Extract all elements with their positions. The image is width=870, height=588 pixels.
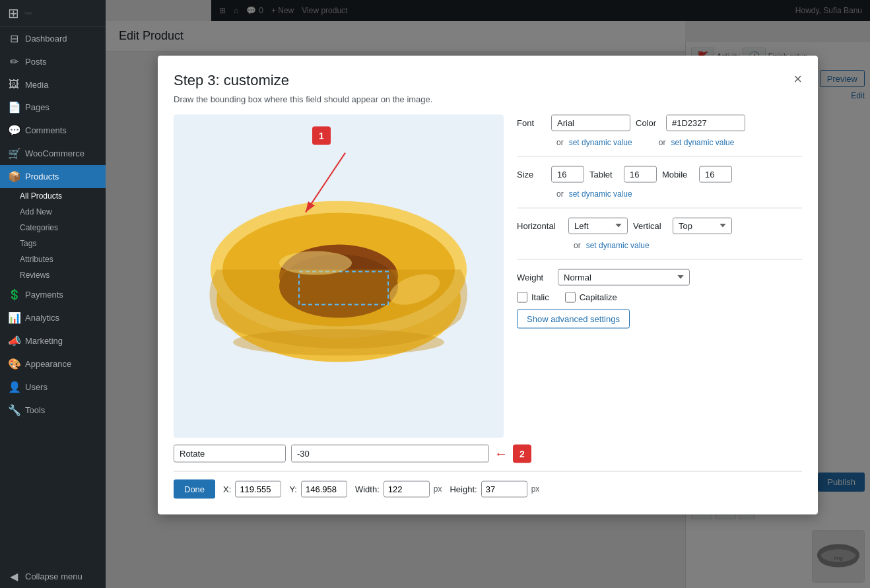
sidebar-item-label: Posts: [25, 57, 47, 67]
rotate-value-input[interactable]: [291, 445, 489, 463]
sidebar-sub-add-new[interactable]: Add New: [0, 204, 106, 220]
sidebar-sub-all-products[interactable]: All Products: [0, 188, 106, 204]
rotate-label-input[interactable]: [174, 445, 286, 463]
font-input[interactable]: [551, 114, 630, 131]
arrow-left-icon: ←: [494, 446, 508, 461]
sidebar-item-appearance[interactable]: 🎨 Appearance: [0, 352, 106, 376]
sidebar-item-media[interactable]: 🖼 Media: [0, 73, 106, 96]
sidebar-item-tools[interactable]: 🔧 Tools: [0, 399, 106, 422]
sidebar-item-comments[interactable]: 💬 Comments: [0, 119, 106, 142]
mobile-input[interactable]: [699, 166, 732, 182]
sidebar-item-users[interactable]: 👤 Users: [0, 376, 106, 399]
or-text-3: or: [556, 189, 564, 198]
italic-label: Italic: [531, 292, 549, 302]
font-color-row: Font Color: [517, 114, 802, 131]
sidebar: ⊞ ⊟ Dashboard ✏ Posts 🖼 Media 📄 Pages 💬 …: [0, 0, 106, 588]
color-input[interactable]: [666, 114, 745, 131]
sub-item-label: Reviews: [20, 271, 50, 280]
mobile-label: Mobile: [662, 169, 694, 179]
y-input[interactable]: [301, 480, 347, 497]
vertical-select[interactable]: Top Middle Bottom: [673, 217, 732, 234]
sidebar-item-label: WooCommerce: [25, 148, 84, 158]
sidebar-sub-tags[interactable]: Tags: [0, 236, 106, 251]
px-label-1: px: [434, 484, 442, 494]
media-icon: 🖼: [8, 79, 20, 90]
or-text-2: or: [659, 137, 666, 147]
sidebar-item-label: Media: [25, 80, 48, 90]
svg-point-12: [279, 251, 352, 275]
sidebar-item-label: Marketing: [25, 336, 63, 346]
sidebar-sub-attributes[interactable]: Attributes: [0, 251, 106, 267]
sidebar-item-posts[interactable]: ✏ Posts: [0, 50, 106, 73]
sidebar-item-dashboard[interactable]: ⊟ Dashboard: [0, 27, 106, 50]
width-coord-group: Width: px: [355, 480, 442, 497]
ring-illustration: [197, 160, 481, 391]
modal-close-button[interactable]: ×: [793, 71, 802, 86]
comments-icon: 💬: [8, 124, 20, 137]
weight-row: Weight Normal Bold Light: [517, 269, 802, 285]
set-dynamic-color-link[interactable]: set dynamic value: [671, 137, 734, 147]
posts-icon: ✏: [8, 55, 20, 68]
px-label-2: px: [531, 484, 540, 494]
x-label: X:: [223, 484, 231, 494]
y-label: Y:: [289, 484, 297, 494]
capitalize-checkbox-item[interactable]: Capitalize: [565, 292, 617, 302]
image-canvas[interactable]: 1: [174, 114, 504, 438]
width-label: Width:: [355, 484, 380, 494]
sidebar-item-collapse[interactable]: ◀ Collapse menu: [0, 565, 106, 588]
dynamic-links-row-3: or set dynamic value: [517, 240, 802, 249]
sidebar-item-marketing[interactable]: 📣 Marketing: [0, 329, 106, 352]
sidebar-item-label: Dashboard: [25, 34, 67, 44]
modal-subtitle: Draw the bounding box where this field s…: [174, 94, 802, 104]
weight-select[interactable]: Normal Bold Light: [558, 269, 690, 285]
width-input[interactable]: [384, 480, 430, 497]
sub-item-label: Add New: [20, 207, 52, 216]
marketing-icon: 📣: [8, 335, 20, 347]
italic-capitalize-row: Italic Capitalize: [517, 292, 802, 302]
sidebar-logo[interactable]: ⊞: [0, 0, 106, 27]
sidebar-item-payments[interactable]: 💲 Payments: [0, 283, 106, 306]
sub-item-label: Tags: [20, 239, 36, 248]
show-advanced-container: Show advanced settings: [517, 309, 802, 328]
show-advanced-button[interactable]: Show advanced settings: [517, 309, 630, 328]
sidebar-sub-categories[interactable]: Categories: [0, 220, 106, 236]
modal-body: 1: [174, 114, 802, 438]
site-name: [24, 12, 32, 15]
capitalize-checkbox[interactable]: [565, 292, 576, 302]
sidebar-sub-reviews[interactable]: Reviews: [0, 267, 106, 283]
sidebar-item-label: Pages: [25, 102, 50, 112]
height-label: Height:: [450, 484, 477, 494]
italic-checkbox[interactable]: [517, 292, 527, 302]
collapse-icon: ◀: [8, 570, 20, 583]
sidebar-item-products[interactable]: 📦 Products: [0, 165, 106, 188]
italic-checkbox-item[interactable]: Italic: [517, 292, 549, 302]
set-dynamic-font-link[interactable]: set dynamic value: [569, 137, 632, 147]
products-icon: 📦: [8, 170, 20, 183]
sidebar-item-pages[interactable]: 📄 Pages: [0, 96, 106, 119]
size-label: Size: [517, 169, 546, 179]
form-panel: Font Color or set dynamic value or set d…: [517, 114, 802, 438]
set-dynamic-size-link[interactable]: set dynamic value: [569, 189, 632, 198]
size-row: Size Tablet Mobile: [517, 166, 802, 182]
vertical-label: Vertical: [633, 220, 667, 230]
done-button[interactable]: Done: [174, 479, 215, 498]
height-coord-group: Height: px: [450, 480, 539, 497]
payments-icon: 💲: [8, 288, 20, 301]
sub-item-label: Categories: [20, 223, 58, 232]
sidebar-item-analytics[interactable]: 📊 Analytics: [0, 306, 106, 329]
tablet-input[interactable]: [624, 166, 657, 182]
or-text-4: or: [574, 240, 581, 249]
height-input[interactable]: [481, 480, 527, 497]
sidebar-item-label: Tools: [25, 405, 45, 415]
x-coord-group: X:: [223, 480, 281, 497]
modal-dialog: Step 3: customize × Draw the bounding bo…: [158, 55, 818, 514]
set-dynamic-align-link[interactable]: set dynamic value: [586, 240, 650, 249]
sidebar-item-woocommerce[interactable]: 🛒 WooCommerce: [0, 142, 106, 165]
x-input[interactable]: [235, 480, 281, 497]
color-label: Color: [636, 117, 661, 127]
users-icon: 👤: [8, 381, 20, 393]
step-badge-1: 1: [312, 126, 331, 145]
size-input[interactable]: [551, 166, 584, 182]
sidebar-item-label: Comments: [25, 125, 67, 135]
horizontal-select[interactable]: Left Center Right: [568, 217, 628, 234]
